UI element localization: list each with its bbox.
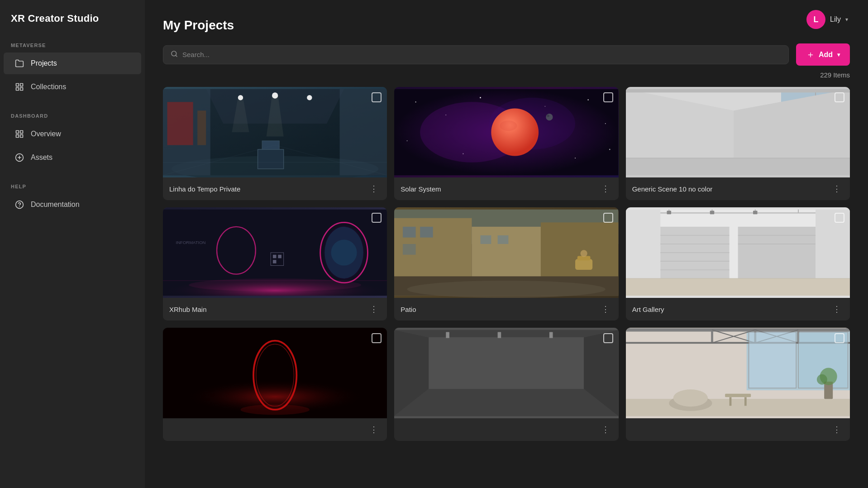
svg-point-46 [547,115,550,117]
project-thumbnail [626,207,850,298]
sidebar-item-overview[interactable]: Overview [4,123,141,145]
project-footer: Solar System ⋮ [394,177,618,200]
svg-rect-2 [20,88,23,91]
card-checkbox[interactable] [603,333,613,343]
project-menu-button[interactable]: ⋮ [599,303,612,315]
project-thumbnail [394,207,618,298]
page-title: My Projects [163,18,850,33]
sidebar-item-collections[interactable]: Collections [4,76,141,98]
svg-rect-82 [575,259,592,270]
card-checkbox[interactable] [372,213,382,223]
project-menu-button[interactable]: ⋮ [830,424,844,435]
svg-text:INFORMATION: INFORMATION [176,240,206,245]
projects-grid: Linha do Tempo Private ⋮ [163,87,850,441]
svg-rect-79 [498,235,509,244]
svg-rect-78 [481,235,491,244]
overview-icon [14,129,24,139]
project-card[interactable]: Linha do Tempo Private ⋮ [163,87,387,200]
project-thumbnail [626,328,850,418]
svg-rect-120 [446,332,450,338]
project-thumbnail [163,87,387,177]
project-card[interactable]: ⋮ [394,328,618,441]
project-footer: Art Gallery ⋮ [626,298,850,321]
search-input[interactable] [182,51,781,58]
svg-rect-25 [167,102,193,145]
project-card[interactable]: Generic Scene 10 no color ⋮ [626,87,850,200]
svg-point-84 [581,250,587,257]
svg-rect-115 [429,337,584,389]
assets-label: Assets [31,153,52,162]
svg-point-111 [240,405,309,415]
project-card[interactable]: ⋮ [163,328,387,441]
svg-rect-91 [667,211,671,215]
project-footer: XRhub Main ⋮ [163,298,387,321]
sidebar-item-assets[interactable]: Assets [4,147,141,168]
svg-point-37 [407,140,408,141]
avatar: L [806,10,825,29]
help-section-label: HELP [0,180,145,193]
project-name: XRhub Main [169,306,207,313]
svg-rect-77 [403,244,416,255]
svg-marker-118 [394,389,618,416]
card-checkbox[interactable] [603,92,613,102]
svg-line-12 [176,55,177,57]
svg-marker-119 [394,330,618,337]
svg-rect-139 [725,394,751,397]
project-menu-button[interactable]: ⋮ [599,183,612,195]
projects-label: Projects [31,59,57,67]
sidebar-item-projects[interactable]: Projects [4,53,141,74]
project-thumbnail [394,328,618,418]
documentation-label: Documentation [31,201,80,209]
project-card[interactable]: Patio ⋮ [394,207,618,321]
project-footer: ⋮ [394,418,618,441]
folder-icon [14,58,24,68]
project-card[interactable]: ⋮ [626,328,850,441]
user-name: Lily [830,15,841,24]
svg-rect-105 [626,278,850,296]
svg-point-43 [491,109,539,156]
project-card[interactable]: INFORMATION XRhub Main ⋮ [163,207,387,321]
card-checkbox[interactable] [835,213,844,223]
svg-rect-0 [16,84,19,86]
sidebar-item-documentation[interactable]: Documentation [4,194,141,215]
svg-rect-134 [749,332,796,388]
svg-point-61 [331,239,357,265]
svg-rect-3 [16,88,19,91]
project-footer: ⋮ [626,418,850,441]
toolbar: ＋ Add ▾ [163,43,850,66]
project-card[interactable]: Solar System ⋮ [394,87,618,200]
card-checkbox[interactable] [372,92,382,102]
project-menu-button[interactable]: ⋮ [367,303,381,315]
svg-rect-67 [273,255,277,258]
project-name: Art Gallery [632,306,664,313]
project-name: Generic Scene 10 no color [632,185,713,193]
docs-icon [14,200,24,210]
svg-point-81 [407,281,606,298]
project-menu-button[interactable]: ⋮ [367,424,381,435]
svg-rect-136 [626,399,850,416]
project-name: Patio [401,306,416,313]
project-menu-button[interactable]: ⋮ [367,183,381,195]
project-menu-button[interactable]: ⋮ [599,424,612,435]
project-menu-button[interactable]: ⋮ [830,183,844,195]
project-card[interactable]: Art Gallery ⋮ [626,207,850,321]
collections-label: Collections [31,83,66,91]
project-name: Solar System [401,185,441,193]
project-menu-button[interactable]: ⋮ [830,303,844,315]
svg-rect-75 [403,227,416,238]
svg-rect-69 [273,260,277,263]
app-title: XR Creator Studio [0,0,145,39]
user-menu[interactable]: L Lily ▾ [801,7,854,32]
metaverse-section-label: METAVERSE [0,39,145,52]
add-button[interactable]: ＋ Add ▾ [796,43,850,66]
card-checkbox[interactable] [835,333,844,343]
svg-rect-4 [16,131,19,134]
svg-rect-7 [16,135,19,138]
svg-rect-24 [262,141,279,149]
dashboard-section-label: DASHBOARD [0,110,145,122]
card-checkbox[interactable] [835,92,844,102]
project-thumbnail: INFORMATION [163,207,387,298]
card-checkbox[interactable] [372,333,382,343]
card-checkbox[interactable] [603,213,613,223]
svg-point-35 [588,99,589,100]
